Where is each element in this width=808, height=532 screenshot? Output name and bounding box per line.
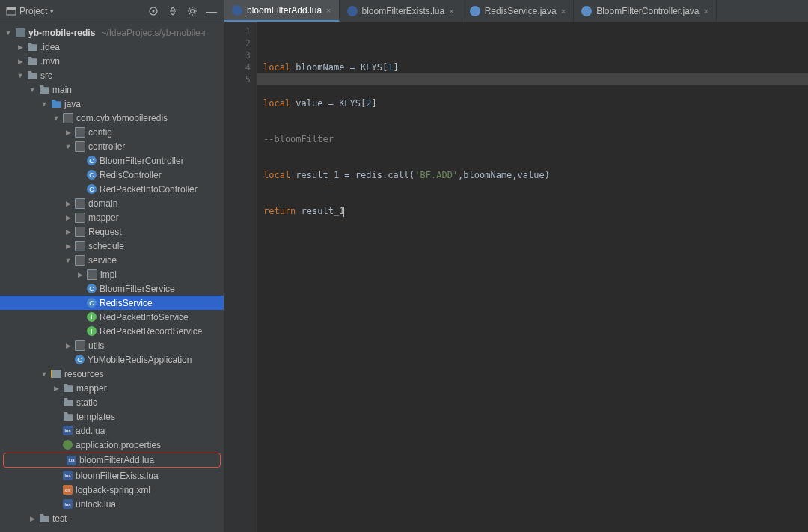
tree-item-label: RedisController xyxy=(100,170,162,180)
lua-file-icon xyxy=(63,426,73,435)
expand-arrow-icon[interactable] xyxy=(64,342,72,349)
tree-item-label: config xyxy=(88,127,112,138)
tree-item-label: controller xyxy=(88,141,125,152)
tree-item[interactable]: application.properties xyxy=(0,438,224,452)
folder-icon xyxy=(51,99,61,109)
xml-file-icon xyxy=(63,485,73,495)
close-icon[interactable]: × xyxy=(326,6,331,15)
tree-item-label: domain xyxy=(88,198,117,209)
package-icon xyxy=(75,241,85,251)
tree-item[interactable]: bloomFilterAdd.lua xyxy=(3,453,221,468)
tree-item[interactable]: BloomFilterController xyxy=(0,153,224,168)
expand-arrow-icon[interactable] xyxy=(52,385,60,392)
expand-arrow-icon[interactable] xyxy=(28,86,36,94)
tree-item-label: bloomFilterExists.lua xyxy=(76,471,159,481)
svg-point-3 xyxy=(153,10,155,12)
hide-icon[interactable]: — xyxy=(206,5,218,17)
project-tree[interactable]: yb-mobile-redis ~/IdeaProjects/yb-mobile… xyxy=(0,22,224,532)
tree-item[interactable]: config xyxy=(0,125,224,139)
class-icon xyxy=(87,156,97,165)
tree-item-label: test xyxy=(52,513,67,524)
tree-item[interactable]: templates xyxy=(0,409,224,424)
expand-arrow-icon[interactable] xyxy=(64,228,72,236)
tree-item-label: main xyxy=(52,85,72,95)
folder-icon xyxy=(27,42,37,52)
close-icon[interactable]: × xyxy=(704,7,708,16)
expand-arrow-icon[interactable] xyxy=(40,100,48,108)
tree-root[interactable]: yb-mobile-redis ~/IdeaProjects/yb-mobile… xyxy=(0,25,224,40)
tree-item[interactable]: RedPacketInfoController xyxy=(0,182,224,196)
line-number: 2 xyxy=(224,37,251,49)
tree-item[interactable]: BloomFilterService xyxy=(0,281,224,296)
package-icon xyxy=(75,340,85,351)
close-icon[interactable]: × xyxy=(561,7,566,16)
tree-item[interactable]: Request xyxy=(0,224,224,239)
expand-arrow-icon[interactable] xyxy=(16,43,24,51)
folder-icon xyxy=(27,70,37,81)
tree-item[interactable]: RedisController xyxy=(0,168,224,182)
expand-arrow-icon[interactable] xyxy=(64,143,72,150)
class-icon xyxy=(87,284,97,293)
tree-item[interactable]: RedPacketRecordService xyxy=(0,324,224,338)
code-editor[interactable]: 12345 local bloomName = KEYS[1] local va… xyxy=(224,22,808,532)
expand-arrow-icon[interactable] xyxy=(28,515,36,522)
tree-item[interactable]: bloomFilterExists.lua xyxy=(0,468,224,483)
tree-item[interactable]: unlock.lua xyxy=(0,497,224,511)
expand-arrow-icon[interactable] xyxy=(16,72,24,79)
svg-point-4 xyxy=(191,9,195,13)
tree-item[interactable]: main xyxy=(0,82,224,97)
tree-item[interactable]: com.cyb.ybmobileredis xyxy=(0,111,224,125)
expand-arrow-icon[interactable] xyxy=(64,129,72,136)
close-icon[interactable]: × xyxy=(449,7,453,16)
editor-tab[interactable]: bloomFilterAdd.lua× xyxy=(224,0,340,22)
expand-arrow-icon[interactable] xyxy=(16,58,24,65)
code-area[interactable]: local bloomName = KEYS[1] local value = … xyxy=(257,22,808,532)
expand-arrow-icon[interactable] xyxy=(40,370,48,378)
expand-arrow-icon[interactable] xyxy=(4,29,12,37)
tree-item[interactable]: src xyxy=(0,68,224,82)
tree-item[interactable]: YbMobileRedisApplication xyxy=(0,352,224,367)
class-icon xyxy=(75,355,85,364)
tab-label: bloomFilterAdd.lua xyxy=(247,5,322,16)
tree-item[interactable]: service xyxy=(0,253,224,267)
expand-arrow-icon[interactable] xyxy=(64,214,72,221)
tree-item[interactable]: domain xyxy=(0,196,224,210)
tree-item[interactable]: utils xyxy=(0,338,224,352)
expand-arrow-icon[interactable] xyxy=(64,200,72,207)
tree-item[interactable]: RedisService xyxy=(0,296,224,310)
folder-icon xyxy=(27,56,37,67)
editor-tab[interactable]: RedisService.java× xyxy=(462,0,574,22)
gear-icon[interactable] xyxy=(186,5,198,17)
tree-item[interactable]: resources xyxy=(0,367,224,381)
tree-item[interactable]: static xyxy=(0,395,224,409)
expand-arrow-icon[interactable] xyxy=(52,114,60,122)
tree-item-label: src xyxy=(40,70,52,81)
lua-file-icon xyxy=(63,471,73,480)
expand-arrow-icon[interactable] xyxy=(64,257,72,264)
tree-item[interactable]: .mvn xyxy=(0,54,224,68)
tree-item[interactable]: RedPacketInfoService xyxy=(0,310,224,324)
project-icon xyxy=(6,6,16,16)
editor-tab[interactable]: bloomFilterExists.lua× xyxy=(340,0,462,22)
expand-arrow-icon[interactable] xyxy=(76,271,84,278)
tree-item[interactable]: mapper xyxy=(0,381,224,395)
tree-item[interactable]: logback-spring.xml xyxy=(0,483,224,497)
expand-arrow-icon[interactable] xyxy=(64,242,72,250)
tree-item[interactable]: impl xyxy=(0,267,224,281)
tree-item[interactable]: add.lua xyxy=(0,424,224,438)
tree-item[interactable]: mapper xyxy=(0,210,224,224)
line-number: 3 xyxy=(224,49,251,61)
select-opened-file-icon[interactable] xyxy=(147,5,159,17)
project-dropdown[interactable]: Project ▾ xyxy=(6,6,143,16)
expand-all-icon[interactable] xyxy=(167,5,179,17)
editor-tab[interactable]: BloomFilterController.java× xyxy=(574,0,717,22)
package-icon xyxy=(75,213,85,223)
tab-label: RedisService.java xyxy=(485,6,557,16)
tree-item-label: logback-spring.xml xyxy=(76,485,150,495)
tree-item[interactable]: test xyxy=(0,511,224,525)
tree-item[interactable]: java xyxy=(0,97,224,111)
tree-item[interactable]: .idea xyxy=(0,40,224,54)
tree-item[interactable]: schedule xyxy=(0,239,224,253)
current-line-highlight xyxy=(257,73,808,85)
tree-item[interactable]: controller xyxy=(0,139,224,153)
